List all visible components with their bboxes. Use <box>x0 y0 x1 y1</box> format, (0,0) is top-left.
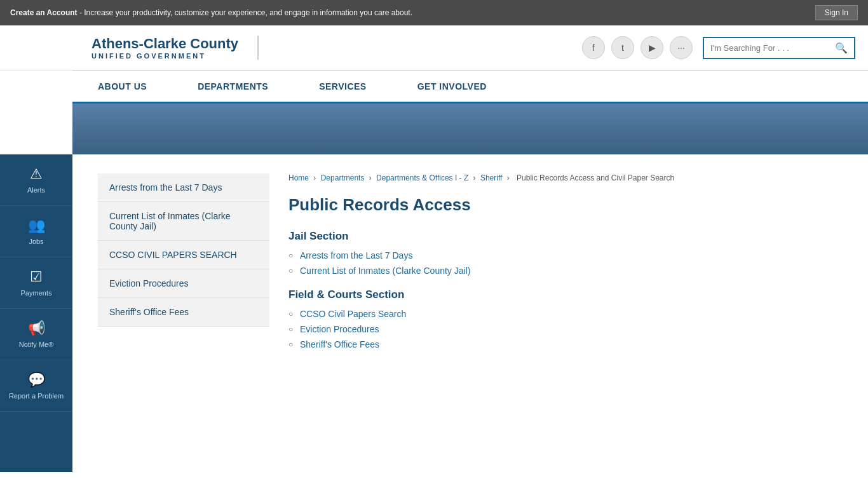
alert-icon: ⚠ <box>30 166 43 182</box>
list-item: CCSO Civil Papers Search <box>288 309 843 319</box>
jail-link-arrests[interactable]: Arrests from the Last 7 Days <box>300 250 412 261</box>
logo-main-name: Athens-Clarke County <box>92 36 238 52</box>
courts-section-list: CCSO Civil Papers Search Eviction Proced… <box>288 309 843 349</box>
payments-label: Payments <box>21 289 52 297</box>
banner-text: Create an Account - Increase your produc… <box>10 8 412 17</box>
nav-about-us[interactable]: ABOUT US <box>72 71 172 102</box>
social-search-area: f t ▶ ··· 🔍 <box>582 36 855 59</box>
twitter-icon[interactable]: t <box>611 36 634 59</box>
left-nav-fees[interactable]: Sheriff's Office Fees <box>98 298 269 327</box>
jobs-label: Jobs <box>29 238 43 245</box>
nav-bar: ABOUT US DEPARTMENTS SERVICES GET INVOLV… <box>72 71 868 104</box>
nav-departments[interactable]: DEPARTMENTS <box>172 71 294 102</box>
breadcrumb-home[interactable]: Home <box>288 173 309 182</box>
nav-get-involved[interactable]: GET INVOLVED <box>392 71 512 102</box>
sidebar-item-report[interactable]: 💬 Report a Problem <box>0 360 72 412</box>
courts-link-fees[interactable]: Sheriff's Office Fees <box>300 339 379 349</box>
left-nav: Arrests from the Last 7 Days Current Lis… <box>98 173 269 327</box>
breadcrumb-sheriff[interactable]: Sheriff <box>480 173 502 182</box>
left-nav-inmates[interactable]: Current List of Inmates (Clarke County J… <box>98 202 269 241</box>
header: Athens-Clarke County UNIFIED GOVERNMENT … <box>0 25 868 71</box>
jail-section-heading: Jail Section <box>288 230 843 243</box>
list-item: Sheriff's Office Fees <box>288 339 843 349</box>
sidebar-item-jobs[interactable]: 👥 Jobs <box>0 206 72 257</box>
jobs-icon: 👥 <box>28 217 45 234</box>
more-icon[interactable]: ··· <box>670 36 693 59</box>
content-row: Arrests from the Last 7 Days Current Lis… <box>98 173 843 362</box>
logo: Athens-Clarke County UNIFIED GOVERNMENT <box>92 36 259 60</box>
courts-link-civil[interactable]: CCSO Civil Papers Search <box>300 309 406 319</box>
breadcrumb-current: Public Records Access and Civil Paper Se… <box>517 173 674 182</box>
sidebar-item-notify[interactable]: 📢 Notify Me® <box>0 309 72 360</box>
list-item: Arrests from the Last 7 Days <box>288 250 843 261</box>
payments-icon: ☑ <box>30 269 43 285</box>
social-icons: f t ▶ ··· <box>582 36 693 59</box>
breadcrumb-departments[interactable]: Departments <box>321 173 365 182</box>
inner-content: Home › Departments › Departments & Offic… <box>288 173 843 362</box>
facebook-icon[interactable]: f <box>582 36 605 59</box>
left-nav-eviction[interactable]: Eviction Procedures <box>98 269 269 298</box>
top-banner: Create an Account - Increase your produc… <box>0 0 868 25</box>
hero-banner <box>72 104 868 154</box>
sign-in-button[interactable]: Sign In <box>815 5 858 20</box>
report-label: Report a Problem <box>9 392 64 400</box>
jail-section-list: Arrests from the Last 7 Days Current Lis… <box>288 250 843 276</box>
left-nav-civil-papers[interactable]: CCSO CIVIL PAPERS SEARCH <box>98 241 269 269</box>
sidebar-item-payments[interactable]: ☑ Payments <box>0 257 72 309</box>
search-box: 🔍 <box>703 37 855 59</box>
notify-icon: 📢 <box>28 320 45 337</box>
report-icon: 💬 <box>28 372 45 388</box>
content-area: Arrests from the Last 7 Days Current Lis… <box>72 154 868 472</box>
notify-label: Notify Me® <box>19 341 54 348</box>
list-item: Current List of Inmates (Clarke County J… <box>288 266 843 276</box>
alert-label: Alerts <box>27 186 45 194</box>
youtube-icon[interactable]: ▶ <box>641 36 663 59</box>
left-nav-arrests[interactable]: Arrests from the Last 7 Days <box>98 173 269 202</box>
breadcrumb: Home › Departments › Departments & Offic… <box>288 173 843 182</box>
list-item: Eviction Procedures <box>288 324 843 334</box>
logo-area: Athens-Clarke County UNIFIED GOVERNMENT … <box>85 36 855 60</box>
page-title: Public Records Access <box>288 195 843 215</box>
courts-section-heading: Field & Courts Section <box>288 288 843 301</box>
jail-link-inmates[interactable]: Current List of Inmates (Clarke County J… <box>300 266 470 276</box>
sidebar-item-alerts[interactable]: ⚠ Alerts <box>0 154 72 206</box>
logo-sub-name: UNIFIED GOVERNMENT <box>92 52 238 60</box>
search-button[interactable]: 🔍 <box>835 42 848 54</box>
courts-link-eviction[interactable]: Eviction Procedures <box>300 324 379 334</box>
main-wrapper: ⚠ Alerts 👥 Jobs ☑ Payments 📢 Notify Me® … <box>0 154 868 472</box>
icon-sidebar: ⚠ Alerts 👥 Jobs ☑ Payments 📢 Notify Me® … <box>0 154 72 472</box>
nav-services[interactable]: SERVICES <box>294 71 392 102</box>
breadcrumb-offices[interactable]: Departments & Offices I - Z <box>376 173 468 182</box>
search-input[interactable] <box>710 43 835 53</box>
